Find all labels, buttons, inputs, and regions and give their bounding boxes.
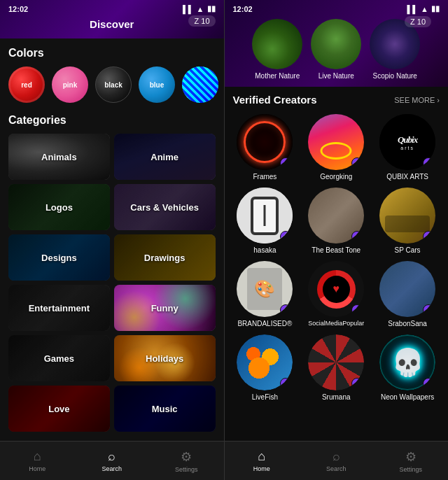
color-label-red: red	[21, 81, 32, 89]
creator-sp[interactable]: ✓ SP Cars	[375, 188, 440, 254]
status-bar-left: 12:02 ▌▌ ▲ ▮▮	[8, 4, 216, 13]
right-header: 12:02 ▌▌ ▲ ▮▮ Z 10 Mother Nature	[225, 0, 449, 87]
color-item-more[interactable]	[182, 66, 218, 103]
category-label-love: Love	[48, 404, 69, 414]
left-header: 12:02 ▌▌ ▲ ▮▮ Discover Z 10	[0, 0, 224, 38]
color-item-blue[interactable]: blue	[139, 66, 175, 103]
avatar-social: ♥ ✓	[308, 261, 364, 317]
nav-home-left[interactable]: ⌂ Home	[0, 442, 75, 480]
category-animals[interactable]: Animals	[8, 134, 110, 180]
creator-name-livefish: LiveFish	[252, 393, 278, 401]
color-label-blue: blue	[150, 81, 164, 89]
color-label-black: black	[104, 81, 122, 89]
verified-title: Verified Creators	[233, 94, 317, 106]
category-love[interactable]: Love	[8, 386, 110, 432]
creator-social[interactable]: ♥ ✓ SocialMediaPopular	[304, 261, 368, 327]
creator-neon[interactable]: 💀 ✓ Neon Wallpapers	[375, 334, 440, 401]
creator-brand[interactable]: 🎨 ✓ BRANDALISED®	[233, 261, 298, 327]
verified-check-srumana: ✓	[351, 378, 363, 389]
category-funny[interactable]: Funny	[114, 285, 216, 331]
avatar-livefish: ✓	[237, 334, 293, 390]
discover-title: Discover	[90, 18, 134, 30]
creator-georgking[interactable]: ✓ Georgking	[304, 114, 368, 181]
category-label-animals: Animals	[41, 152, 77, 162]
left-panel: 12:02 ▌▌ ▲ ▮▮ Discover Z 10 Colors red p…	[0, 0, 224, 480]
categories-section-title: Categories	[8, 114, 216, 127]
nav-label-search-right: Search	[326, 465, 346, 472]
creator-name-srabon: SrabonSana	[388, 320, 427, 327]
bottom-nav-left: ⌂ Home ⌕ Search ⚙ Settings	[0, 441, 224, 480]
home-icon-right: ⌂	[258, 449, 265, 464]
verified-check-livefish: ✓	[280, 378, 291, 389]
category-games[interactable]: Games	[8, 335, 110, 381]
category-holidays[interactable]: Holidays	[114, 335, 216, 381]
battery-icon: ▮▮	[207, 4, 216, 13]
category-label-drawings: Drawings	[144, 253, 186, 263]
nature-row-wrapper: Z 10 Mother Nature Live Nature	[233, 16, 440, 80]
category-label-anime: Anime	[150, 152, 178, 162]
categories-grid: Animals Anime Logos Cars & Vehicles	[8, 134, 216, 432]
creators-grid: ✓ Frames ✓ Georgking Qubix arts	[233, 114, 440, 401]
time-right: 12:02	[233, 5, 253, 13]
nature-label-mother: Mother Nature	[255, 72, 300, 80]
nature-item-live[interactable]: Live Nature	[311, 19, 361, 80]
nature-thumb-live	[311, 19, 361, 69]
nature-item-mother[interactable]: Mother Nature	[252, 19, 302, 80]
see-more-button[interactable]: SEE MORE ›	[394, 96, 440, 104]
nav-settings-right[interactable]: ⚙ Settings	[374, 442, 449, 480]
avatar-sp: ✓	[379, 188, 435, 243]
category-label-funny: Funny	[151, 303, 178, 313]
color-item-red[interactable]: red	[8, 66, 45, 103]
category-logos[interactable]: Logos	[8, 184, 110, 230]
color-circle-blue[interactable]: blue	[139, 66, 175, 103]
color-circle-red[interactable]: red	[8, 66, 45, 103]
creator-srumana[interactable]: ✓ Srumana	[304, 334, 368, 401]
avatar-brand: 🎨 ✓	[237, 261, 293, 317]
creator-name-beast: The Beast Tone	[312, 246, 360, 254]
color-circle-pink[interactable]: pink	[52, 66, 88, 103]
battery-icon-right: ▮▮	[431, 4, 440, 13]
right-content: Verified Creators SEE MORE › ✓ Frames	[225, 87, 449, 441]
nav-home-right[interactable]: ⌂ Home	[225, 442, 300, 480]
creator-hasaka[interactable]: ✓ hasaka	[233, 188, 298, 254]
nature-item-scopio[interactable]: Scopio Nature	[370, 19, 420, 80]
wifi-icon: ▲	[197, 5, 204, 13]
status-icons-left: ▌▌ ▲ ▮▮	[183, 4, 215, 13]
avatar-hasaka: ✓	[237, 188, 293, 243]
time-left: 12:02	[8, 5, 28, 13]
category-drawings[interactable]: Drawings	[114, 234, 216, 281]
creator-qubix[interactable]: Qubix arts ✓ QUBIX ARTS	[375, 114, 440, 181]
settings-icon-left: ⚙	[181, 449, 192, 465]
avatar-srumana: ✓	[308, 334, 364, 390]
nav-settings-left[interactable]: ⚙ Settings	[149, 442, 224, 480]
creator-name-srumana: Srumana	[322, 393, 351, 401]
color-circle-black[interactable]: black	[95, 66, 132, 103]
creator-srabon[interactable]: ✓ SrabonSana	[375, 261, 440, 327]
nav-label-settings-right: Settings	[399, 466, 422, 473]
creator-livefish[interactable]: ✓ LiveFish	[233, 334, 298, 401]
category-label-games: Games	[44, 353, 74, 364]
nature-label-scopio: Scopio Nature	[373, 72, 417, 80]
creator-name-sp: SP Cars	[395, 246, 421, 254]
verified-check-frames: ✓	[280, 157, 291, 169]
category-music[interactable]: Music	[114, 386, 216, 432]
verified-check-srabon: ✓	[423, 304, 434, 316]
category-designs[interactable]: Designs	[8, 234, 110, 281]
color-circle-more[interactable]	[182, 66, 218, 103]
color-item-pink[interactable]: pink	[52, 66, 88, 103]
creator-frames[interactable]: ✓ Frames	[233, 114, 298, 181]
verified-check-neon: ✓	[423, 378, 434, 389]
category-label-holidays: Holidays	[146, 353, 183, 364]
color-item-black[interactable]: black	[95, 66, 132, 103]
right-panel: 12:02 ▌▌ ▲ ▮▮ Z 10 Mother Nature	[225, 0, 449, 480]
creator-name-hasaka: hasaka	[253, 246, 276, 254]
category-cars[interactable]: Cars & Vehicles	[114, 184, 216, 230]
category-entertainment[interactable]: Entertainment	[8, 285, 110, 331]
category-label-cars: Cars & Vehicles	[130, 202, 199, 213]
nav-search-left[interactable]: ⌕ Search	[75, 442, 150, 480]
verified-check-qubix: ✓	[423, 157, 434, 169]
creator-beast[interactable]: ✓ The Beast Tone	[304, 188, 368, 254]
nav-search-right[interactable]: ⌕ Search	[299, 442, 374, 480]
category-anime[interactable]: Anime	[114, 134, 216, 180]
nav-label-home-left: Home	[29, 465, 46, 472]
